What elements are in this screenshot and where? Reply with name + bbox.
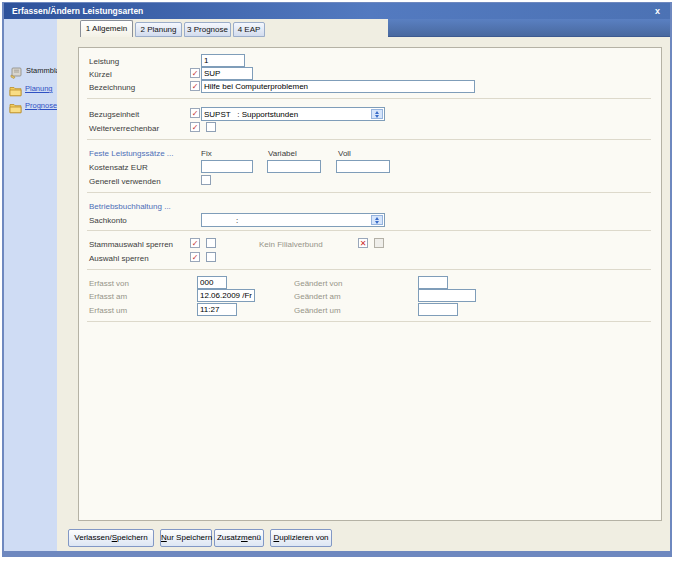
geaendert-am-input[interactable]	[418, 289, 476, 302]
tabbar-filler	[388, 19, 670, 37]
section-betriebsbuchhaltung[interactable]: Betriebsbuchhaltung ...	[89, 202, 171, 212]
bezeichnung-label: Bezeichnung	[89, 83, 135, 93]
separator	[87, 269, 651, 270]
geaendert-von-label: Geändert von	[294, 279, 342, 289]
kostensatz-fix-input[interactable]	[201, 160, 253, 173]
leistung-label: Leistung	[89, 57, 119, 67]
stammauswahl-sperren-checkbox[interactable]	[206, 238, 216, 248]
cross-note-icon[interactable]: ✕	[358, 238, 368, 248]
auswahl-sperren-checkbox[interactable]	[206, 252, 216, 262]
leistung-input[interactable]	[201, 54, 245, 67]
sachkonto-label: Sachkonto	[89, 216, 127, 226]
column-header-variabel: Variabel	[268, 149, 297, 159]
section-feste-leistungssaetze[interactable]: Feste Leistungssätze ...	[89, 149, 174, 159]
separator	[87, 230, 651, 231]
card-icon	[10, 65, 23, 77]
folder-icon	[9, 100, 22, 112]
separator	[87, 192, 651, 193]
tab-bar: 1 Allgemein 2 Planung 3 Prognose 4 EAP	[57, 19, 670, 37]
erfasst-am-input[interactable]	[197, 289, 255, 302]
tab-allgemein[interactable]: 1 Allgemein	[80, 20, 133, 37]
form-panel: Leistung Kürzel ✓ Bezeichnung ✓ Bezugsei…	[78, 47, 662, 521]
sidebar-item-stammblatt[interactable]: Stammblatt	[10, 65, 56, 79]
nur-speichern-button[interactable]: Nur Speichern	[160, 529, 212, 547]
sidebar-item-label[interactable]: Prognose	[25, 101, 57, 110]
check-note-icon[interactable]: ✓	[190, 238, 200, 248]
bezugseinheit-combobox[interactable]: SUPST : Supportstunden	[201, 107, 385, 121]
tab-prognose[interactable]: 3 Prognose	[184, 22, 231, 37]
bezugseinheit-value: SUPST : Supportstunden	[204, 109, 298, 120]
geaendert-am-label: Geändert am	[294, 292, 341, 302]
check-note-icon[interactable]: ✓	[190, 81, 200, 91]
screen: Erfassen/Ändern Leistungsarten x Stammbl…	[0, 0, 677, 566]
erfasst-von-label: Erfasst von	[89, 279, 129, 289]
geaendert-von-input[interactable]	[418, 276, 448, 289]
geaendert-um-input[interactable]	[418, 303, 458, 316]
erfasst-am-label: Erfasst am	[89, 292, 127, 302]
check-note-icon[interactable]: ✓	[190, 252, 200, 262]
kein-filialverbund-checkbox[interactable]	[374, 238, 384, 248]
sidebar-item-label[interactable]: Planung	[25, 84, 53, 93]
window-titlebar: Erfassen/Ändern Leistungsarten x	[4, 3, 670, 19]
separator	[87, 321, 651, 322]
sachkonto-value: :	[204, 215, 238, 226]
weiterverrechenbar-label: Weiterverrechenbar	[89, 124, 159, 134]
zusatzmenu-button[interactable]: Zusatzmenü	[214, 529, 264, 547]
dropdown-spinner-icon[interactable]	[371, 215, 383, 225]
kostensatz-voll-input[interactable]	[336, 160, 390, 173]
kostensatz-label: Kostensatz EUR	[89, 163, 148, 173]
bezugseinheit-label: Bezugseinheit	[89, 110, 139, 120]
erfasst-von-input[interactable]	[197, 276, 227, 289]
kuerzel-input[interactable]	[201, 67, 253, 80]
stammauswahl-sperren-label: Stammauswahl sperren	[89, 240, 173, 250]
dropdown-spinner-icon[interactable]	[371, 109, 383, 119]
tab-planung[interactable]: 2 Planung	[135, 22, 182, 37]
window-title: Erfassen/Ändern Leistungsarten	[12, 3, 143, 19]
content-area: Leistung Kürzel ✓ Bezeichnung ✓ Bezugsei…	[57, 37, 670, 551]
generell-verwenden-label: Generell verwenden	[89, 177, 161, 187]
bezeichnung-input[interactable]	[201, 80, 475, 93]
close-icon[interactable]: x	[655, 3, 660, 19]
auswahl-sperren-label: Auswahl sperren	[89, 254, 149, 264]
sachkonto-combobox[interactable]: :	[201, 213, 385, 227]
separator	[87, 98, 651, 99]
app-window: Erfassen/Ändern Leistungsarten x Stammbl…	[2, 2, 672, 557]
column-header-voll: Voll	[338, 149, 351, 159]
check-note-icon[interactable]: ✓	[190, 68, 200, 78]
check-note-icon[interactable]: ✓	[190, 122, 200, 132]
column-header-fix: Fix	[201, 149, 212, 159]
check-note-icon[interactable]: ✓	[190, 108, 200, 118]
folder-icon	[9, 83, 22, 95]
sidebar-item-planung[interactable]: Planung	[9, 83, 56, 97]
verlassen-speichern-button[interactable]: Verlassen/Speichern	[68, 529, 154, 547]
sidebar-item-prognose[interactable]: Prognose	[9, 100, 56, 114]
generell-verwenden-checkbox[interactable]	[201, 175, 211, 185]
kuerzel-label: Kürzel	[89, 70, 112, 80]
erfasst-um-label: Erfasst um	[89, 306, 127, 316]
duplizieren-von-button[interactable]: Duplizieren von	[270, 529, 332, 547]
geaendert-um-label: Geändert um	[294, 306, 341, 316]
tab-eap[interactable]: 4 EAP	[233, 22, 265, 37]
erfasst-um-input[interactable]	[197, 303, 237, 316]
kostensatz-variabel-input[interactable]	[267, 160, 321, 173]
kein-filialverbund-label: Kein Filialverbund	[259, 240, 323, 250]
separator	[87, 139, 651, 140]
sidebar: Stammblatt Planung Progn	[4, 19, 57, 551]
weiterverrechenbar-checkbox[interactable]	[206, 122, 216, 132]
